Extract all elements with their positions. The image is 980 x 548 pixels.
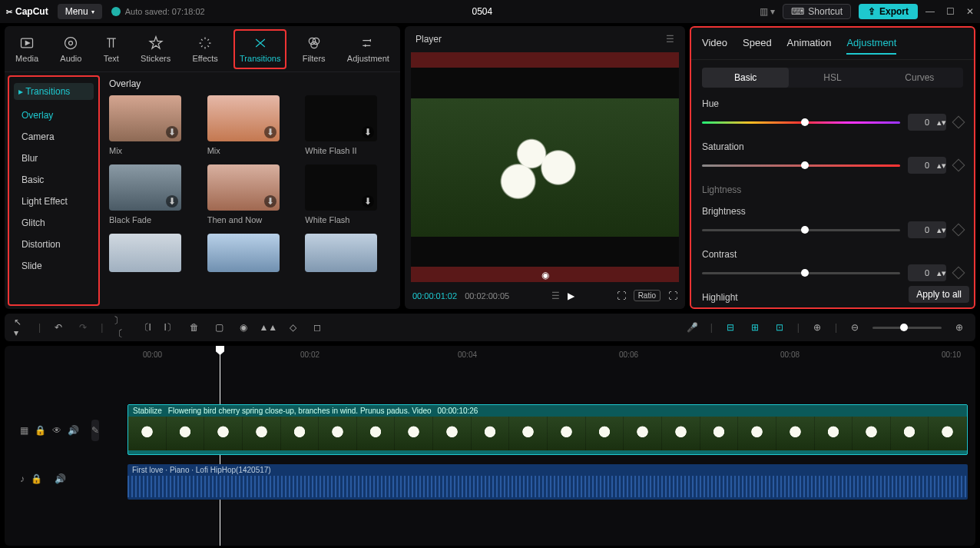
thumb-mix-1[interactable]: ⬇Mix <box>109 95 198 155</box>
adjust-tab-video[interactable]: Video <box>702 37 727 55</box>
tree-item-distortion[interactable]: Distortion <box>14 234 94 255</box>
preview-area[interactable]: ◉ <box>411 52 679 282</box>
thumb-black-fade[interactable]: ⬇Black Fade <box>109 164 198 224</box>
download-icon[interactable]: ⬇ <box>166 126 178 138</box>
saturation-value[interactable]: 0▴▾ <box>908 157 946 174</box>
tab-transitions[interactable]: Transitions <box>233 29 286 69</box>
minimize-button[interactable]: — <box>925 6 935 17</box>
zoom-out-button[interactable]: ⊖ <box>848 320 862 334</box>
ratio-button[interactable]: Ratio <box>634 290 661 301</box>
mute-icon[interactable]: 🔊 <box>68 425 79 436</box>
thumb-white-flash-ii[interactable]: ⬇White Flash II <box>305 95 394 155</box>
tab-effects[interactable]: Effects <box>186 32 223 66</box>
lock-icon[interactable]: 🔒 <box>35 425 46 436</box>
maximize-button[interactable]: ☐ <box>946 6 955 17</box>
audio-track-icon[interactable]: ♪ <box>20 473 25 484</box>
contrast-slider[interactable] <box>702 272 900 274</box>
eye-icon[interactable]: 👁 <box>52 425 61 436</box>
apply-to-all-button[interactable]: Apply to all <box>909 286 969 303</box>
layout-icon[interactable]: ▥ ▾ <box>760 6 775 17</box>
fullscreen-icon[interactable]: ⛶ <box>668 291 677 301</box>
keyframe-icon[interactable] <box>952 159 965 172</box>
time-ruler[interactable]: 00:00 00:02 00:04 00:06 00:08 00:10 <box>127 346 975 366</box>
tree-item-basic[interactable]: Basic <box>14 169 94 191</box>
mute-icon[interactable]: 🔊 <box>55 473 66 484</box>
delete-tool[interactable]: 🗑 <box>187 320 201 334</box>
thumb-extra-1[interactable] <box>109 234 198 272</box>
align-icon[interactable]: ⊕ <box>810 320 824 334</box>
brightness-slider[interactable] <box>702 229 900 231</box>
crop-frame-tool[interactable]: ◻ <box>310 320 324 334</box>
tree-title[interactable]: ▸ Transitions <box>14 83 94 100</box>
tree-item-camera[interactable]: Camera <box>14 126 94 148</box>
pointer-tool[interactable]: ↖ ▾ <box>14 320 28 334</box>
crop-icon[interactable]: ⛶ <box>617 291 626 301</box>
menu-button[interactable]: Menu▾ <box>58 4 102 19</box>
lock-icon[interactable]: 🔒 <box>31 473 42 484</box>
play-button[interactable]: ▶ <box>568 291 574 301</box>
thumb-mix-2[interactable]: ⬇Mix <box>207 95 296 155</box>
saturation-slider[interactable] <box>702 164 900 167</box>
download-icon[interactable]: ⬇ <box>362 195 374 208</box>
download-icon[interactable]: ⬇ <box>264 195 276 208</box>
hue-slider[interactable] <box>702 121 900 124</box>
mic-icon[interactable]: 🎤 <box>686 320 700 334</box>
adjust-sub-curves[interactable]: Curves <box>876 68 963 88</box>
snap-toggle-2[interactable]: ⊞ <box>748 320 762 334</box>
thumb-extra-3[interactable] <box>305 234 394 272</box>
brightness-value[interactable]: 0▴▾ <box>908 221 946 238</box>
snapshot-icon[interactable]: ◉ <box>541 270 549 281</box>
trim-left-tool[interactable]: 〔I <box>138 320 152 334</box>
title-bar: ✂CapCut Menu▾ Auto saved: 07:18:02 0504 … <box>0 0 980 23</box>
redo-button[interactable]: ↷ <box>76 320 90 334</box>
snap-toggle-3[interactable]: ⊡ <box>773 320 786 334</box>
close-button[interactable]: ✕ <box>966 6 974 17</box>
audio-clip[interactable]: First love · Piano · Lofi HipHop(1420517… <box>127 464 968 500</box>
snap-toggle-1[interactable]: ⊟ <box>723 320 737 334</box>
keyframe-icon[interactable] <box>952 224 965 237</box>
thumb-white-flash[interactable]: ⬇White Flash <box>305 164 394 224</box>
download-icon[interactable]: ⬇ <box>362 126 374 138</box>
shortcut-button[interactable]: ⌨Shortcut <box>783 4 851 19</box>
track-icon[interactable]: ▦ <box>20 425 28 436</box>
tab-audio[interactable]: Audio <box>54 32 88 66</box>
adjust-tab-adjustment[interactable]: Adjustment <box>846 37 896 55</box>
tab-adjustment[interactable]: Adjustment <box>341 32 396 66</box>
contrast-value[interactable]: 0▴▾ <box>908 264 946 281</box>
export-button[interactable]: ⇪Export <box>859 4 918 19</box>
crop-tool[interactable]: ▢ <box>212 320 226 334</box>
download-icon[interactable]: ⬇ <box>166 195 178 208</box>
thumb-then-and-now[interactable]: ⬇Then and Now <box>207 164 296 224</box>
zoom-slider[interactable] <box>872 327 942 329</box>
adjust-tab-animation[interactable]: Animation <box>787 37 832 55</box>
adjust-sub-basic[interactable]: Basic <box>702 68 789 88</box>
adjust-sub-hsl[interactable]: HSL <box>789 68 876 88</box>
split-tool[interactable]: 〕〔 <box>114 320 127 334</box>
tab-text[interactable]: Text <box>98 32 125 66</box>
video-clip[interactable]: Stabilize Flowering bird cherry spring c… <box>127 404 968 455</box>
mirror-tool[interactable]: ▲▲ <box>261 320 275 334</box>
tab-filters[interactable]: Filters <box>296 32 332 66</box>
tree-item-slide[interactable]: Slide <box>14 255 94 277</box>
rotate-tool[interactable]: ◇ <box>286 320 300 334</box>
tab-stickers[interactable]: Stickers <box>134 32 177 66</box>
undo-button[interactable]: ↶ <box>51 320 65 334</box>
keyframe-icon[interactable] <box>952 267 965 280</box>
record-tool[interactable]: ◉ <box>237 320 250 334</box>
thumbs-title: Overlay <box>109 78 394 89</box>
thumb-extra-2[interactable] <box>207 234 296 272</box>
tab-media[interactable]: Media <box>9 32 45 66</box>
zoom-in-button[interactable]: ⊕ <box>952 320 966 334</box>
svg-marker-1 <box>25 41 29 45</box>
adjust-tab-speed[interactable]: Speed <box>743 37 772 55</box>
download-icon[interactable]: ⬇ <box>264 126 276 138</box>
tree-item-overlay[interactable]: Overlay <box>14 105 94 126</box>
hue-value[interactable]: 0▴▾ <box>908 114 946 131</box>
keyframe-icon[interactable] <box>952 116 965 129</box>
tree-item-glitch[interactable]: Glitch <box>14 212 94 234</box>
trim-right-tool[interactable]: I〕 <box>163 320 177 334</box>
list-icon[interactable]: ☰ <box>551 291 560 301</box>
tree-item-light-effect[interactable]: Light Effect <box>14 191 94 212</box>
player-menu-icon[interactable]: ☰ <box>666 34 674 45</box>
tree-item-blur[interactable]: Blur <box>14 148 94 169</box>
